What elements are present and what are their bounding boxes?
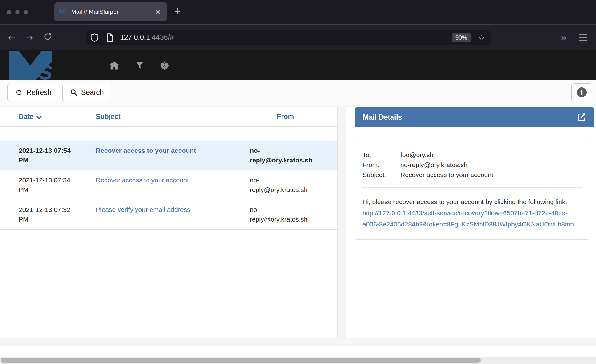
- column-header-from[interactable]: From: [247, 113, 337, 121]
- mail-subject-link[interactable]: Recover access to your account: [96, 176, 189, 184]
- column-header-subject[interactable]: Subject: [93, 113, 247, 121]
- mail-details-header: Mail Details: [355, 107, 594, 127]
- browser-navbar: ← → 127.0.0.1:4436/# 90% ☆ »: [0, 24, 596, 50]
- info-icon: i: [577, 87, 587, 97]
- table-row[interactable]: 2021-12-13 07:54 PM Recover access to yo…: [0, 141, 337, 170]
- app-toolbar: Refresh Search i: [0, 80, 596, 105]
- detail-from-row: From: no-reply@ory.kratos.sh: [362, 160, 582, 170]
- mail-details-card: To: foo@ory.sh From: no-reply@ory.kratos…: [355, 141, 589, 240]
- info-button[interactable]: i: [571, 83, 592, 101]
- from-value: no-reply@ory.kratos.sh: [400, 160, 468, 170]
- search-label: Search: [81, 88, 104, 97]
- url-path: :4436/#: [150, 33, 174, 41]
- refresh-button[interactable]: Refresh: [7, 84, 59, 101]
- mail-subject-link[interactable]: Recover access to your account: [96, 147, 196, 154]
- panel-gutter: [338, 107, 346, 338]
- recovery-link[interactable]: http://127.0.0.1:4433/self-service/recov…: [362, 209, 574, 228]
- mail-body-text: Hi, please recover access to your accoun…: [362, 198, 567, 205]
- mail-subject: Recover access to your account: [93, 146, 247, 165]
- reload-icon[interactable]: [39, 32, 57, 43]
- tab-title: Mail // MailSlurper: [71, 8, 154, 15]
- refresh-label: Refresh: [26, 88, 52, 97]
- mail-subject: Please verify your email address: [93, 205, 247, 224]
- open-external-icon[interactable]: [576, 112, 587, 123]
- search-button[interactable]: Search: [62, 84, 112, 101]
- settings-gear-icon[interactable]: [160, 61, 169, 70]
- back-icon[interactable]: ←: [2, 33, 21, 42]
- mail-details-title: Mail Details: [355, 113, 576, 122]
- subject-label: Subject:: [362, 170, 400, 180]
- mail-date: 2021-12-13 07:34 PM: [0, 175, 93, 194]
- mailslurper-logo: s: [9, 51, 80, 80]
- card-divider: [362, 187, 582, 188]
- mail-date: 2021-12-13 07:54 PM: [0, 146, 93, 165]
- bookmark-star-icon[interactable]: ☆: [478, 33, 485, 42]
- column-header-date[interactable]: Date: [0, 113, 93, 121]
- mail-from: no-reply@ory.kratos.sh: [247, 146, 337, 165]
- mail-details-panel: Mail Details To: foo@ory.sh From: no-rep…: [346, 107, 596, 338]
- content-footer-strip: [0, 338, 596, 346]
- window-controls[interactable]: [7, 10, 28, 14]
- tab-close-icon[interactable]: ✕: [154, 8, 162, 16]
- detail-subject-row: Subject: Recover access to your account: [362, 170, 582, 180]
- browser-tab[interactable]: s Mail // MailSlurper ✕: [54, 2, 167, 21]
- from-label: From:: [362, 160, 400, 170]
- mail-body: Hi, please recover access to your accoun…: [362, 196, 580, 230]
- window-dot[interactable]: [7, 10, 11, 14]
- shield-icon[interactable]: [90, 33, 99, 42]
- tab-favicon-icon: s: [59, 8, 68, 15]
- overflow-chevrons-icon[interactable]: »: [561, 32, 566, 43]
- page-gap: [0, 105, 596, 107]
- sort-desc-icon: [36, 113, 42, 121]
- main-content: Date Subject From 2021-12-13 07:54 PM Re…: [0, 107, 596, 338]
- browser-titlebar: s Mail // MailSlurper ✕ +: [0, 0, 596, 24]
- subject-value: Recover access to your account: [400, 170, 493, 180]
- table-row[interactable]: 2021-12-13 07:32 PM Please verify your e…: [0, 200, 337, 230]
- new-tab-button[interactable]: +: [174, 6, 181, 17]
- mail-list-panel: Date Subject From 2021-12-13 07:54 PM Re…: [0, 107, 338, 338]
- mail-from: no-reply@ory.kratos.sh: [247, 175, 337, 194]
- url-host: 127.0.0.1: [120, 33, 150, 41]
- hamburger-menu-icon[interactable]: [579, 34, 587, 41]
- page-icon[interactable]: [106, 33, 114, 42]
- refresh-icon: [15, 89, 23, 96]
- mail-rows: 2021-12-13 07:54 PM Recover access to yo…: [0, 141, 337, 230]
- window-dot[interactable]: [24, 10, 28, 14]
- page-bottom-strip: [0, 346, 596, 357]
- mail-date: 2021-12-13 07:32 PM: [0, 205, 93, 224]
- horizontal-scrollbar-thumb[interactable]: [1, 358, 481, 363]
- horizontal-scrollbar[interactable]: [0, 357, 596, 364]
- mailslurper-header: s: [0, 50, 596, 80]
- forward-icon[interactable]: →: [21, 33, 39, 42]
- mail-subject: Recover access to your account: [93, 175, 247, 194]
- mail-from: no-reply@ory.kratos.sh: [247, 205, 337, 224]
- filter-icon[interactable]: [136, 61, 144, 69]
- svg-text:s: s: [39, 56, 53, 80]
- url-text[interactable]: 127.0.0.1:4436/#: [120, 33, 452, 42]
- table-row[interactable]: 2021-12-13 07:34 PM Recover access to yo…: [0, 170, 337, 200]
- url-bar[interactable]: 127.0.0.1:4436/# 90% ☆: [86, 30, 491, 45]
- mail-list-header: Date Subject From: [0, 107, 337, 127]
- window-dot[interactable]: [15, 10, 20, 14]
- search-icon: [70, 89, 77, 96]
- to-label: To:: [362, 150, 400, 160]
- to-value: foo@ory.sh: [400, 150, 433, 160]
- mail-subject-link[interactable]: Please verify your email address: [96, 206, 190, 213]
- home-icon[interactable]: [109, 61, 119, 70]
- svg-text:s: s: [63, 10, 66, 15]
- detail-to-row: To: foo@ory.sh: [362, 150, 582, 160]
- zoom-level-badge[interactable]: 90%: [452, 33, 471, 42]
